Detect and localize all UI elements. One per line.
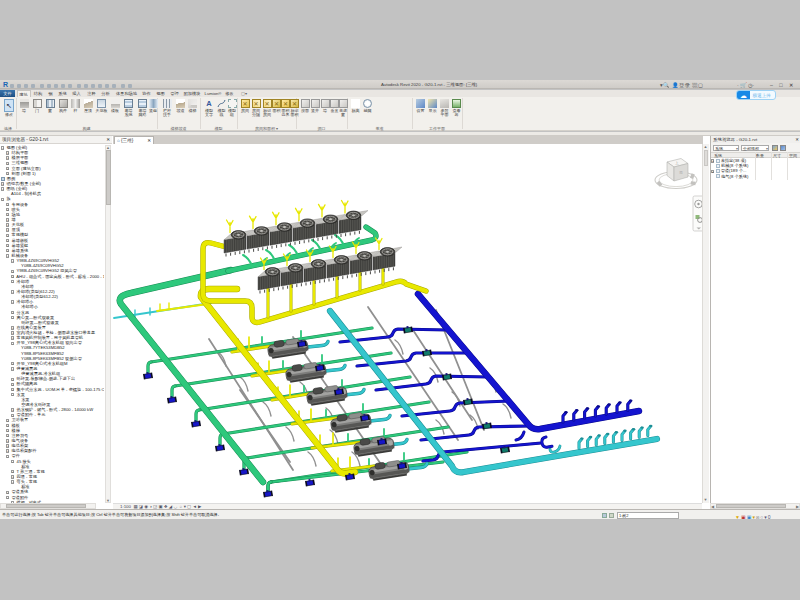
svg-text:前: 前 [679, 171, 683, 175]
